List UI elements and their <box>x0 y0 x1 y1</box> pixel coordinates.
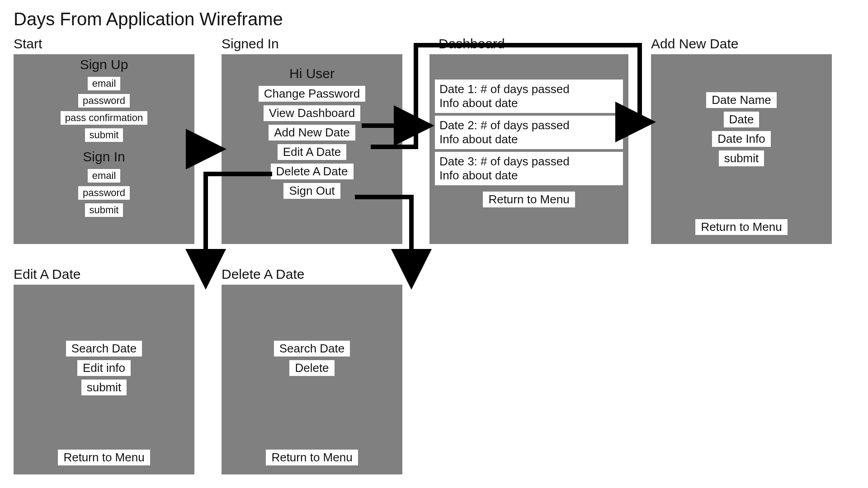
dashboard-card-1-line2: Info about date <box>439 96 618 110</box>
hi-user-heading: Hi User <box>289 66 335 81</box>
page-title: Days From Application Wireframe <box>14 9 283 29</box>
add-date-return-button[interactable]: Return to Menu <box>695 219 787 235</box>
dashboard-label: Dashboard <box>439 36 505 52</box>
edit-a-date-button[interactable]: Edit A Date <box>278 144 347 160</box>
dashboard-card-2-line2: Info about date <box>439 132 618 146</box>
delete-a-date-button[interactable]: Delete A Date <box>271 164 354 179</box>
dashboard-card-2-line1: Date 2: # of days passed <box>439 118 618 132</box>
wireframe-stage: Days From Application Wireframe Start Si… <box>0 0 868 488</box>
dashboard-return-button[interactable]: Return to Menu <box>483 192 575 207</box>
signup-password-input[interactable]: password <box>78 94 130 108</box>
date-name-input[interactable]: Date Name <box>706 92 777 108</box>
signin-email-input[interactable]: email <box>88 169 121 183</box>
delete-search-date-input[interactable]: Search Date <box>274 341 350 357</box>
signin-submit-button[interactable]: submit <box>85 203 123 217</box>
start-panel: Sign Up email password pass confirmation… <box>14 54 194 244</box>
dashboard-panel: Date 1: # of days passed Info about date… <box>429 54 628 244</box>
signup-heading: Sign Up <box>80 57 128 72</box>
edit-return-button[interactable]: Return to Menu <box>58 450 150 465</box>
signed-in-panel: Hi User Change Password View Dashboard A… <box>222 54 402 244</box>
edit-info-input[interactable]: Edit info <box>77 360 131 376</box>
signin-password-input[interactable]: password <box>78 186 130 200</box>
delete-a-date-panel: Search Date Delete Return to Menu <box>222 285 402 474</box>
add-new-date-label: Add New Date <box>651 36 738 52</box>
change-password-button[interactable]: Change Password <box>259 86 365 102</box>
edit-a-date-label: Edit A Date <box>14 267 80 282</box>
dashboard-card-3: Date 3: # of days passed Info about date <box>435 152 623 185</box>
add-date-submit-button[interactable]: submit <box>719 150 764 166</box>
delete-a-date-label: Delete A Date <box>222 267 304 282</box>
view-dashboard-button[interactable]: View Dashboard <box>264 105 360 121</box>
signup-pass-confirmation-input[interactable]: pass confirmation <box>61 111 147 125</box>
add-new-date-button[interactable]: Add New Date <box>269 125 355 141</box>
signin-heading: Sign In <box>83 149 125 164</box>
signup-submit-button[interactable]: submit <box>85 128 123 142</box>
add-new-date-panel: Date Name Date Date Info submit Return t… <box>651 54 832 244</box>
start-label: Start <box>14 36 42 52</box>
delete-return-button[interactable]: Return to Menu <box>266 450 358 465</box>
dashboard-card-1-line1: Date 1: # of days passed <box>439 82 618 96</box>
dashboard-card-1: Date 1: # of days passed Info about date <box>435 80 623 113</box>
signup-email-input[interactable]: email <box>88 77 121 90</box>
edit-search-date-input[interactable]: Search Date <box>66 341 142 357</box>
dashboard-card-3-line1: Date 3: # of days passed <box>439 155 618 169</box>
delete-button[interactable]: Delete <box>289 360 334 376</box>
edit-submit-button[interactable]: submit <box>81 380 127 395</box>
signed-in-label: Signed In <box>222 36 279 52</box>
date-info-input[interactable]: Date Info <box>712 131 771 147</box>
date-input[interactable]: Date <box>724 112 760 127</box>
sign-out-button[interactable]: Sign Out <box>283 183 340 199</box>
dashboard-card-3-line2: Info about date <box>439 169 618 183</box>
edit-a-date-panel: Search Date Edit info submit Return to M… <box>14 285 194 474</box>
dashboard-card-2: Date 2: # of days passed Info about date <box>435 116 623 149</box>
